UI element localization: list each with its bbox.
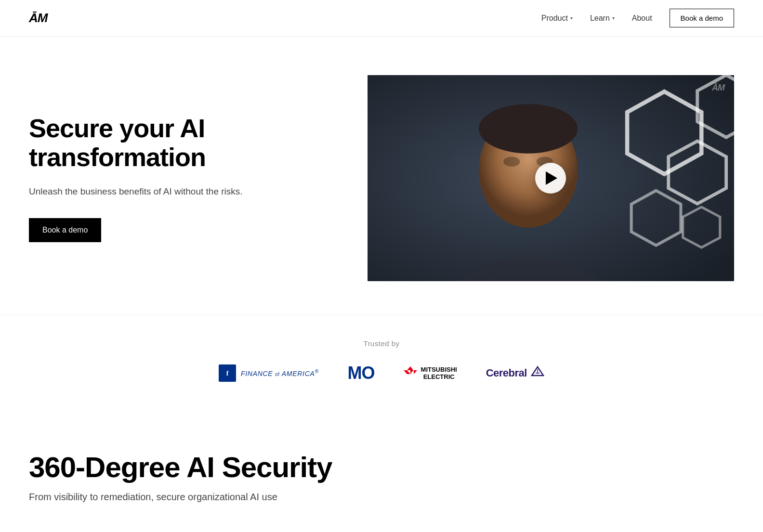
book-demo-nav-button[interactable]: Book a demo (670, 9, 734, 27)
video-background: ĀM (368, 75, 734, 281)
svg-marker-16 (407, 366, 410, 370)
svg-marker-14 (410, 366, 413, 370)
section-360-subtitle: From visibility to remediation, secure o… (29, 492, 734, 503)
mo-text: MO (348, 363, 375, 383)
finance-of-america-logo: f FINANCE of AMERICA® (219, 364, 319, 382)
logos-row: f FINANCE of AMERICA® MO MITS (29, 363, 734, 383)
hero-cta-button[interactable]: Book a demo (29, 218, 101, 242)
svg-marker-19 (414, 370, 417, 374)
mitsubishi-icon (404, 366, 417, 380)
trusted-section: Trusted by f FINANCE of AMERICA® MO (0, 315, 763, 412)
nav-links: Product ▾ Learn ▾ About Book a demo (541, 9, 734, 27)
svg-point-5 (503, 157, 520, 167)
svg-text:f: f (226, 370, 229, 377)
trusted-label: Trusted by (29, 339, 734, 348)
mo-logo: MO (348, 363, 375, 383)
section-360: 360-Degree AI Security From visibility t… (0, 412, 763, 522)
svg-marker-15 (410, 370, 413, 374)
mitsubishi-line2: ELECTRIC (421, 373, 457, 381)
video-watermark: ĀM (712, 83, 724, 93)
nav-learn[interactable]: Learn ▾ (590, 14, 615, 23)
hero-section: Secure your AI transformation Unleash th… (0, 37, 763, 310)
svg-marker-17 (407, 370, 410, 374)
mitsubishi-text: MITSUBISHI ELECTRIC (421, 366, 457, 381)
play-icon (546, 171, 557, 185)
logo[interactable]: ĀM (29, 11, 47, 26)
play-button[interactable] (535, 163, 566, 194)
section-360-title: 360-Degree AI Security (29, 451, 734, 484)
svg-point-4 (478, 104, 578, 154)
hero-left: Secure your AI transformation Unleash th… (29, 114, 246, 242)
cerebral-triangle-icon (531, 365, 544, 378)
svg-marker-18 (404, 370, 407, 374)
mitsubishi-diamond-icon (404, 366, 417, 378)
mitsubishi-logo: MITSUBISHI ELECTRIC (404, 366, 457, 381)
foa-icon: f (219, 364, 236, 382)
hero-title: Secure your AI transformation (29, 114, 246, 171)
nav-about-label: About (632, 14, 652, 23)
video-player[interactable]: ĀM (368, 75, 734, 281)
nav-product[interactable]: Product ▾ (541, 14, 573, 23)
hero-subtitle: Unleash the business benefits of AI with… (29, 185, 246, 199)
nav-product-label: Product (541, 14, 568, 23)
cerebral-icon (531, 365, 544, 381)
mitsubishi-line1: MITSUBISHI (421, 366, 457, 374)
navbar: ĀM Product ▾ Learn ▾ About Book a demo (0, 0, 763, 37)
nav-learn-label: Learn (590, 14, 610, 23)
nav-about[interactable]: About (632, 14, 652, 23)
foa-svg-icon: f (222, 368, 233, 378)
hero-video: ĀM (368, 75, 734, 281)
chevron-down-icon: ▾ (612, 15, 615, 21)
chevron-down-icon: ▾ (570, 15, 573, 21)
cerebral-text: Cerebral (486, 367, 527, 379)
cerebral-logo: Cerebral (486, 365, 544, 381)
foa-text: FINANCE of AMERICA® (241, 369, 319, 377)
